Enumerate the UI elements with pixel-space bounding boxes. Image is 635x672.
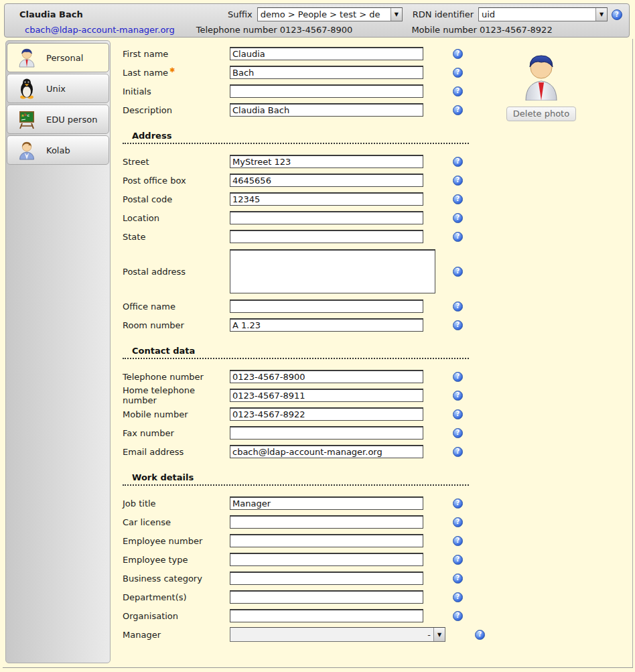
description-input[interactable] <box>230 103 423 117</box>
help-icon[interactable]: ? <box>453 320 463 330</box>
help-icon[interactable]: ? <box>453 49 463 59</box>
car-license-input[interactable] <box>230 515 423 529</box>
email-address-input[interactable] <box>230 445 423 458</box>
form-row-employee-number: Employee number ? <box>123 531 502 550</box>
postal-code-input[interactable] <box>230 192 423 206</box>
form-row-fax-number: Fax number ? <box>123 423 502 442</box>
sidebar-tab-kolab[interactable]: Kolab <box>7 135 109 165</box>
delete-photo-button[interactable]: Delete photo <box>506 107 576 121</box>
help-icon[interactable]: ? <box>453 391 463 401</box>
form-row-location: Location ? <box>123 208 502 227</box>
office-name-input[interactable] <box>230 299 423 313</box>
svg-text:b: b <box>24 113 27 117</box>
dropdown-arrow-icon[interactable]: ▼ <box>595 8 607 21</box>
field-label: Email address <box>123 447 230 457</box>
field-label: Post office box <box>123 176 230 186</box>
email-link[interactable]: cbach@ldap-account-manager.org <box>25 25 175 35</box>
dropdown-arrow-icon[interactable]: ▼ <box>391 8 402 21</box>
module-sidebar: Personal Unix abc EDU person Kolab <box>5 40 111 663</box>
organisation-input[interactable] <box>230 609 423 622</box>
help-icon[interactable]: ? <box>453 498 463 509</box>
help-icon[interactable]: ? <box>453 105 463 115</box>
header-bar: Claudia Bach Suffix demo > People > test… <box>4 3 630 38</box>
help-icon[interactable]: ? <box>453 517 463 527</box>
help-icon[interactable]: ? <box>453 447 463 457</box>
dropdown-arrow-icon[interactable]: ▼ <box>433 628 445 641</box>
field-label: Telephone number <box>123 372 230 382</box>
kolab-user-icon <box>16 139 38 161</box>
form-row-last-name: Last name✱ ? <box>123 63 502 82</box>
rdn-identifier-select[interactable]: uid ▼ <box>478 7 608 21</box>
field-label: Room number <box>123 320 230 330</box>
section-title: Address <box>132 131 171 141</box>
form-row-room-number: Room number ? <box>123 316 502 334</box>
field-label: Business category <box>123 574 230 584</box>
employee-number-input[interactable] <box>230 534 423 547</box>
help-icon[interactable]: ? <box>453 267 463 277</box>
business-category-input[interactable] <box>230 572 423 585</box>
form-row-postal-address: Postal address ? <box>123 246 502 297</box>
field-label: Employee number <box>123 536 230 546</box>
mobile-number-input[interactable] <box>230 407 423 421</box>
sidebar-tab-label: EDU person <box>46 115 97 125</box>
help-icon[interactable]: ? <box>475 630 485 640</box>
field-label: State <box>123 232 230 242</box>
form-row-post-office-box: Post office box ? <box>123 171 502 190</box>
help-icon[interactable]: ? <box>453 213 463 223</box>
help-icon[interactable]: ? <box>453 301 463 312</box>
manager-select[interactable]: -▼ <box>230 627 445 642</box>
employee-type-input[interactable] <box>230 553 423 566</box>
field-label: Home telephone number <box>123 385 230 405</box>
suffix-label: Suffix <box>228 9 253 19</box>
field-label: Mobile number <box>123 409 230 419</box>
form-row-first-name: First name ? <box>123 44 502 63</box>
help-icon[interactable]: ? <box>453 574 463 584</box>
section-title: Work details <box>132 472 194 482</box>
rdn-identifier-label: RDN identifier <box>413 9 474 19</box>
first-name-input[interactable] <box>230 47 423 60</box>
help-icon[interactable]: ? <box>453 176 463 186</box>
job-title-input[interactable] <box>230 496 423 510</box>
chalkboard-icon: abc <box>16 109 38 130</box>
form-row-email-address: Email address ? <box>123 442 502 461</box>
form-row-mobile-number: Mobile number ? <box>123 405 502 423</box>
state-input[interactable] <box>230 230 423 243</box>
initials-input[interactable] <box>230 84 423 98</box>
sidebar-tab-label: Personal <box>46 53 83 63</box>
help-icon[interactable]: ? <box>612 9 622 20</box>
photo-box: Delete photo <box>504 51 578 121</box>
form-row-telephone-number: Telephone number ? <box>123 367 502 386</box>
section-header-contact-data: Contact data <box>123 346 469 359</box>
help-icon[interactable]: ? <box>453 536 463 546</box>
help-icon[interactable]: ? <box>453 232 463 242</box>
suffix-select[interactable]: demo > People > test > de ▼ <box>257 7 403 21</box>
person-icon <box>16 47 38 68</box>
home-telephone-number-input[interactable] <box>230 389 423 402</box>
telephone-number-input[interactable] <box>230 370 423 383</box>
help-icon[interactable]: ? <box>453 194 463 204</box>
section-header-work-details: Work details <box>123 472 469 486</box>
sidebar-tab-personal[interactable]: Personal <box>7 43 109 72</box>
sidebar-tab-edu-person[interactable]: abc EDU person <box>7 105 109 134</box>
help-icon[interactable]: ? <box>453 428 463 438</box>
help-icon[interactable]: ? <box>453 611 463 621</box>
form-row-business-category: Business category ? <box>123 569 502 588</box>
last-name-input[interactable] <box>230 66 423 79</box>
help-icon[interactable]: ? <box>453 409 463 419</box>
location-input[interactable] <box>230 211 423 224</box>
help-icon[interactable]: ? <box>453 555 463 565</box>
postal-address-textarea[interactable] <box>230 249 435 293</box>
help-icon[interactable]: ? <box>453 372 463 382</box>
room-number-input[interactable] <box>230 318 423 332</box>
help-icon[interactable]: ? <box>453 68 463 78</box>
field-label: Job title <box>123 498 230 509</box>
help-icon[interactable]: ? <box>453 592 463 602</box>
street-input[interactable] <box>230 155 423 168</box>
department-s-input[interactable] <box>230 590 423 604</box>
sidebar-tab-unix[interactable]: Unix <box>7 74 109 103</box>
form-row-job-title: Job title ? <box>123 494 502 513</box>
help-icon[interactable]: ? <box>453 157 463 167</box>
fax-number-input[interactable] <box>230 426 423 440</box>
help-icon[interactable]: ? <box>453 86 463 96</box>
post-office-box-input[interactable] <box>230 174 423 187</box>
